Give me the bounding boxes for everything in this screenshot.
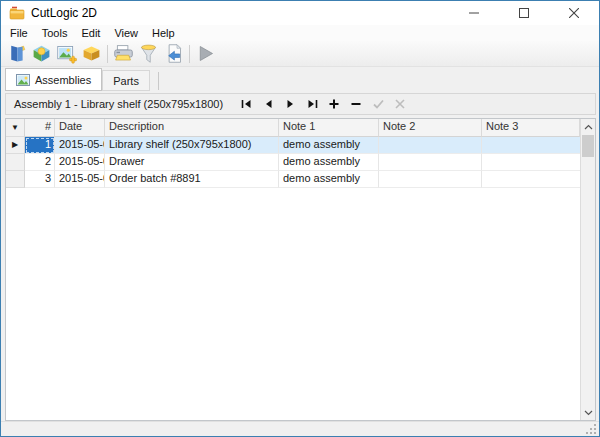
toolbar-separator — [189, 45, 190, 63]
scroll-up-icon[interactable] — [581, 119, 595, 134]
menu-help[interactable]: Help — [145, 25, 182, 41]
cell-note1[interactable]: demo assembly — [279, 137, 379, 154]
import-file-icon — [163, 43, 184, 64]
table-row[interactable]: 2 2015-05-05 Drawer demo assembly — [6, 154, 580, 171]
table-row[interactable]: ▶ 1 2015-05-05 Library shelf (250x795x18… — [6, 137, 580, 154]
caption-buttons — [449, 1, 599, 25]
filter-button[interactable] — [136, 42, 161, 66]
cell-note2[interactable] — [379, 154, 482, 171]
window-title: CutLogic 2D — [31, 6, 97, 20]
toolbar-separator — [107, 45, 108, 63]
cell-note3[interactable] — [482, 154, 580, 171]
nav-cancel-button[interactable] — [390, 96, 410, 112]
menu-view[interactable]: View — [107, 25, 145, 41]
printer-icon — [113, 43, 134, 64]
cell-note2[interactable] — [379, 137, 482, 154]
indicator-header-dropdown-icon[interactable]: ▼ — [6, 119, 25, 137]
nav-first-button[interactable] — [236, 96, 256, 112]
app-window: CutLogic 2D File Tools Edit View Help — [0, 0, 600, 437]
resize-grip[interactable] — [585, 423, 597, 435]
column-header-num[interactable]: # — [25, 119, 55, 137]
cell-num[interactable]: 2 — [25, 154, 55, 171]
cell-note3[interactable] — [482, 137, 580, 154]
run-button[interactable] — [193, 42, 218, 66]
cell-date[interactable]: 2015-05-05 — [55, 154, 105, 171]
cell-note1[interactable]: demo assembly — [279, 171, 379, 188]
nav-prior-button[interactable] — [258, 96, 278, 112]
assemblies-tab-icon — [16, 73, 30, 87]
title-bar: CutLogic 2D — [1, 1, 599, 25]
cell-note3[interactable] — [482, 171, 580, 188]
nav-post-button[interactable] — [368, 96, 388, 112]
tab-separator — [158, 72, 159, 90]
nav-delete-button[interactable] — [346, 96, 366, 112]
app-icon — [9, 5, 25, 21]
column-header-note3[interactable]: Note 3 — [482, 119, 580, 137]
nav-last-button[interactable] — [302, 96, 322, 112]
scroll-down-icon[interactable] — [581, 405, 595, 420]
menu-file[interactable]: File — [3, 25, 35, 41]
current-row-indicator-icon: ▶ — [6, 137, 25, 154]
status-bar — [1, 421, 599, 436]
column-header-description[interactable]: Description — [105, 119, 279, 137]
material-box-icon — [81, 43, 102, 64]
scrollbar-thumb[interactable] — [582, 135, 594, 157]
cell-description[interactable]: Library shelf (250x795x1800) — [105, 137, 279, 154]
open-project-button[interactable] — [4, 42, 29, 66]
minimize-button[interactable] — [449, 1, 499, 25]
tab-assemblies-label: Assemblies — [35, 74, 91, 86]
new-assembly-button[interactable] — [29, 42, 54, 66]
tab-assemblies[interactable]: Assemblies — [5, 68, 102, 91]
assembly-3d-icon — [31, 43, 52, 64]
nav-next-button[interactable] — [280, 96, 300, 112]
image-plus-icon — [56, 43, 77, 64]
maximize-button[interactable] — [499, 1, 549, 25]
close-button[interactable] — [549, 1, 599, 25]
row-indicator — [6, 171, 25, 188]
import-button[interactable] — [161, 42, 186, 66]
record-navigator — [236, 96, 412, 112]
table-row[interactable]: 3 2015-05-05 Order batch #8891 demo asse… — [6, 171, 580, 188]
column-header-date[interactable]: Date — [55, 119, 105, 137]
menu-bar: File Tools Edit View Help — [1, 25, 599, 41]
tab-strip: Assemblies Parts — [1, 67, 599, 92]
row-indicator — [6, 154, 25, 171]
grid-header-row: ▼ # Date Description Note 1 Note 2 Note … — [6, 119, 580, 137]
run-play-icon — [195, 43, 216, 64]
cell-date[interactable]: 2015-05-05 — [55, 137, 105, 154]
menu-edit[interactable]: Edit — [74, 25, 107, 41]
tab-parts[interactable]: Parts — [102, 70, 150, 91]
materials-button[interactable] — [79, 42, 104, 66]
record-bar: Assembly 1 - Library shelf (250x795x1800… — [5, 93, 596, 115]
cell-note1[interactable]: demo assembly — [279, 154, 379, 171]
cell-note2[interactable] — [379, 171, 482, 188]
cell-date[interactable]: 2015-05-05 — [55, 171, 105, 188]
tab-parts-label: Parts — [113, 75, 139, 87]
vertical-scrollbar[interactable] — [580, 119, 595, 420]
add-assembly-button[interactable] — [54, 42, 79, 66]
assemblies-grid: ▼ # Date Description Note 1 Note 2 Note … — [5, 118, 596, 421]
cell-num[interactable]: 3 — [25, 171, 55, 188]
open-folder-icon — [6, 43, 27, 64]
cell-description[interactable]: Order batch #8891 — [105, 171, 279, 188]
menu-tools[interactable]: Tools — [35, 25, 75, 41]
column-header-note2[interactable]: Note 2 — [379, 119, 482, 137]
current-record-label: Assembly 1 - Library shelf (250x795x1800… — [14, 98, 223, 110]
cell-num[interactable]: 1 — [25, 137, 55, 154]
toolbar — [1, 41, 599, 67]
cell-description[interactable]: Drawer — [105, 154, 279, 171]
print-button[interactable] — [111, 42, 136, 66]
column-header-note1[interactable]: Note 1 — [279, 119, 379, 137]
nav-insert-button[interactable] — [324, 96, 344, 112]
filter-funnel-icon — [138, 43, 159, 64]
